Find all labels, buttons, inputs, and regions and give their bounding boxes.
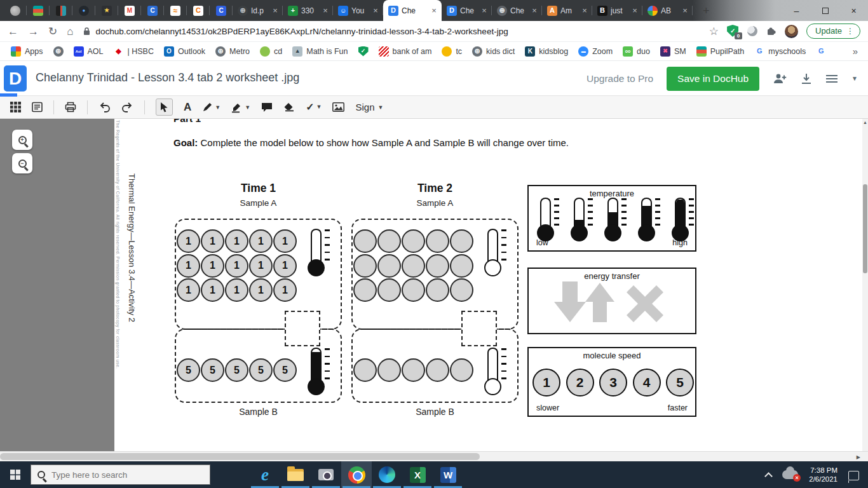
clock[interactable]: 7:38 PM 2/6/2021 (809, 466, 837, 484)
minimize-icon[interactable]: – (782, 0, 811, 21)
check-tool[interactable]: ✓▼ (306, 102, 322, 112)
profile-avatar[interactable] (785, 25, 798, 38)
omnibox[interactable]: dochub.com/chelannyt14531/ok2BPdERP1ayE8… (83, 27, 700, 36)
highlighter-tool[interactable]: ▼ (231, 102, 250, 113)
zoom-in-button[interactable]: + (12, 130, 32, 150)
vertical-scrollbar[interactable]: ▲ (862, 119, 868, 451)
pinned-tab[interactable] (50, 0, 72, 21)
forward-icon[interactable]: → (28, 26, 39, 37)
save-in-dochub-button[interactable]: Save in DocHub (667, 67, 759, 91)
bookmark-item[interactable]: ⊕kids dict (468, 44, 519, 58)
redo-tool[interactable] (121, 102, 133, 112)
bookmark-item[interactable]: PupilPath (692, 44, 749, 58)
bookmark-item[interactable]: ooduo (618, 44, 654, 58)
taskbar-file-explorer-icon[interactable] (280, 461, 311, 488)
extensions-puzzle-icon[interactable] (766, 26, 776, 37)
tab-close-icon[interactable]: × (430, 6, 438, 15)
back-icon[interactable]: ← (8, 26, 18, 37)
download-icon[interactable] (801, 73, 812, 85)
bookmark-item[interactable]: cd (255, 44, 287, 58)
tray-chevron-up-icon[interactable] (764, 472, 773, 480)
bookmark-item[interactable]: OOutlook (159, 44, 210, 58)
sign-dropdown-icon[interactable]: ▼ (377, 104, 383, 111)
taskbar-search[interactable] (31, 464, 210, 485)
browser-tab-active[interactable]: DChe× (383, 0, 442, 21)
browser-tab[interactable]: ☺You× (333, 0, 383, 21)
bookmark-item[interactable]: AolAOL (69, 44, 108, 58)
taskbar-edge-icon[interactable] (372, 461, 402, 488)
browser-tab[interactable]: +330× (283, 0, 333, 21)
sign-tool[interactable]: Sign▼ (355, 102, 383, 112)
pinned-tab[interactable]: C (187, 0, 210, 21)
tab-close-icon[interactable]: × (580, 6, 589, 15)
pen-dropdown-icon[interactable]: ▼ (215, 104, 220, 111)
bookmark-item[interactable]: ◆| HSBC (109, 44, 158, 58)
browser-tab[interactable]: Bjust× (592, 0, 642, 21)
fields-tool[interactable] (32, 102, 43, 112)
zoom-out-button[interactable]: − (12, 153, 32, 173)
extension-circle-icon[interactable] (747, 26, 757, 36)
tab-close-icon[interactable]: × (480, 6, 489, 15)
bookmarks-overflow-icon[interactable]: » (853, 46, 862, 57)
taskbar-chrome-icon[interactable] (341, 461, 372, 488)
tab-close-icon[interactable]: × (271, 6, 280, 15)
print-tool[interactable] (65, 102, 76, 112)
bookmark-item[interactable]: ⊕Metro (211, 44, 254, 58)
taskbar-camera-icon[interactable] (311, 461, 341, 488)
action-center-icon[interactable] (848, 471, 859, 480)
browser-tab[interactable]: DChe× (442, 0, 492, 21)
pinned-tab[interactable]: ★ (95, 0, 118, 21)
tab-close-icon[interactable]: × (371, 6, 380, 15)
pen-tool[interactable]: ▼ (202, 102, 220, 112)
adblock-shield-icon[interactable]: ✓ 0 (727, 25, 739, 37)
browser-tab[interactable]: ⊕Che× (492, 0, 542, 21)
pinned-tab[interactable] (27, 0, 50, 21)
taskbar-word-icon[interactable]: W (433, 461, 463, 488)
pinned-tab[interactable]: ≈ (164, 0, 187, 21)
highlighter-dropdown-icon[interactable]: ▼ (245, 104, 250, 111)
tab-close-icon[interactable]: × (681, 6, 689, 15)
scroll-right-icon[interactable]: ▶ (857, 454, 860, 460)
taskbar-internet-explorer-icon[interactable]: e (250, 461, 280, 488)
upgrade-to-pro-link[interactable]: Upgrade to Pro (587, 73, 653, 85)
chevron-down-icon[interactable]: ▼ (851, 75, 858, 82)
browser-tab[interactable]: AAm× (542, 0, 592, 21)
chrome-update-button[interactable]: Update ⋮ (806, 24, 860, 39)
taskbar-excel-icon[interactable]: X (402, 461, 433, 488)
bookmark-item[interactable]: Kkidsblog (520, 44, 573, 58)
new-tab-button[interactable]: + (703, 5, 710, 17)
pinned-tab[interactable]: M (118, 0, 141, 21)
bookmark-item[interactable]: ✓ (354, 44, 373, 58)
pinned-tab[interactable]: C (210, 0, 233, 21)
onedrive-error-icon[interactable] (782, 470, 798, 479)
dochub-logo[interactable]: D (4, 65, 27, 92)
bookmark-item[interactable]: ⊕ (49, 44, 68, 58)
image-tool[interactable] (332, 102, 344, 112)
browser-tab[interactable]: AB× (642, 0, 693, 21)
search-input[interactable] (51, 470, 185, 480)
bookmark-item[interactable]: G (811, 44, 831, 58)
pinned-tab[interactable]: C (141, 0, 164, 21)
bookmark-item[interactable]: ✖SM (656, 44, 691, 58)
bookmark-item[interactable]: Apps (6, 44, 48, 58)
check-dropdown-icon[interactable]: ▼ (316, 104, 322, 110)
menu-hamburger-icon[interactable] (825, 74, 838, 83)
pages-grid-tool[interactable] (10, 102, 21, 112)
tab-close-icon[interactable]: × (321, 6, 330, 15)
bookmark-item[interactable]: bank of am (374, 44, 437, 58)
start-button[interactable] (0, 461, 31, 488)
tab-close-icon[interactable]: × (630, 6, 639, 15)
bookmark-item[interactable]: tc (437, 44, 466, 58)
eraser-tool[interactable] (283, 102, 295, 112)
horizontal-scrollbar[interactable]: ▶ (0, 451, 868, 461)
reload-icon[interactable]: ↻ (48, 26, 57, 37)
restore-icon[interactable] (811, 0, 839, 21)
bookmark-item[interactable]: ▲Math is Fun (288, 44, 352, 58)
pinned-tab[interactable]: ● (72, 0, 95, 21)
pinned-tab[interactable] (4, 0, 27, 21)
comment-tool[interactable] (261, 102, 273, 112)
bookmark-star-icon[interactable]: ☆ (709, 26, 719, 37)
tab-close-icon[interactable]: × (530, 6, 539, 15)
bookmark-item[interactable]: Gmyschools (750, 44, 810, 58)
home-icon[interactable]: ⌂ (67, 26, 73, 37)
